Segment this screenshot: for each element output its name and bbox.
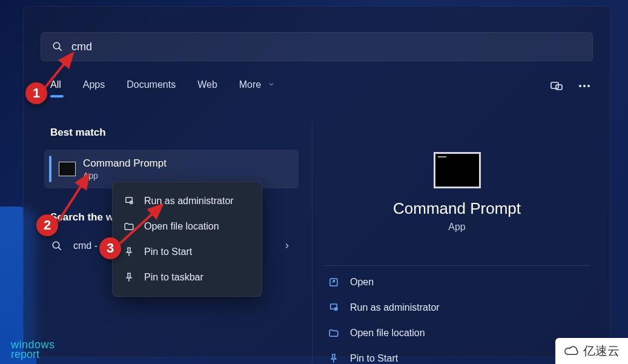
action-label: Open file location xyxy=(350,328,425,339)
annotation-arrow-2 xyxy=(55,170,97,228)
folder-icon xyxy=(328,328,339,339)
cm-label: Pin to taskbar xyxy=(144,272,203,283)
search-icon xyxy=(51,240,62,251)
tab-more[interactable]: More xyxy=(238,74,276,98)
chevron-down-icon xyxy=(268,81,275,88)
action-open-location[interactable]: Open file location xyxy=(323,320,590,346)
chevron-right-icon xyxy=(283,242,291,250)
action-label: Run as administrator xyxy=(350,302,440,313)
search-bar[interactable] xyxy=(41,32,593,61)
svg-point-4 xyxy=(579,85,581,87)
svg-point-5 xyxy=(583,85,586,87)
svg-point-7 xyxy=(53,242,59,248)
filter-tabs: All Apps Documents Web More xyxy=(24,61,610,98)
annotation-arrow-3 xyxy=(116,200,171,248)
tab-more-label: More xyxy=(239,79,261,90)
preview-app-icon xyxy=(434,152,481,188)
annotation-badge-3: 3 xyxy=(99,237,121,259)
svg-rect-2 xyxy=(551,82,558,88)
preview-subtitle: App xyxy=(312,222,601,233)
selected-accent xyxy=(49,156,51,182)
corner-logo-text: 亿速云 xyxy=(583,343,620,359)
preview-title: Command Prompt xyxy=(312,199,601,218)
best-match-heading: Best match xyxy=(50,127,299,139)
svg-point-6 xyxy=(587,85,590,87)
pin-icon xyxy=(328,353,339,364)
action-pin-start[interactable]: Pin to Start xyxy=(323,346,590,364)
shield-icon xyxy=(328,302,339,313)
preview-actions: Open Run as administrator Open file loca… xyxy=(323,265,590,364)
cm-pin-taskbar[interactable]: Pin to taskbar xyxy=(113,265,262,290)
svg-rect-11 xyxy=(331,304,337,309)
annotation-badge-2: 2 xyxy=(36,214,58,236)
more-options-icon[interactable] xyxy=(577,79,592,93)
search-input[interactable] xyxy=(71,41,581,53)
result-title: Command Prompt xyxy=(83,157,167,170)
action-run-admin[interactable]: Run as administrator xyxy=(323,295,590,320)
tab-documents[interactable]: Documents xyxy=(125,74,177,98)
tab-apps[interactable]: Apps xyxy=(82,74,106,98)
svg-rect-3 xyxy=(556,85,562,90)
svg-line-19 xyxy=(58,174,88,222)
window-apps-icon[interactable] xyxy=(549,79,564,93)
action-open[interactable]: Open xyxy=(323,270,590,295)
svg-line-8 xyxy=(59,248,61,250)
web-result-label: cmd - xyxy=(73,240,98,251)
start-search-panel: All Apps Documents Web More Best match C… xyxy=(23,6,610,357)
action-label: Pin to Start xyxy=(350,353,398,364)
pin-icon xyxy=(124,272,134,283)
tab-web[interactable]: Web xyxy=(196,74,219,98)
watermark: windowsreport xyxy=(11,340,55,359)
svg-line-20 xyxy=(120,205,162,243)
corner-logo: 亿速云 xyxy=(555,338,628,364)
preview-column: Command Prompt App Open Run as administr… xyxy=(312,122,601,364)
open-icon xyxy=(328,277,339,288)
svg-line-18 xyxy=(42,53,73,91)
annotation-badge-1: 1 xyxy=(25,82,47,104)
action-label: Open xyxy=(350,277,374,288)
svg-rect-9 xyxy=(330,279,337,286)
